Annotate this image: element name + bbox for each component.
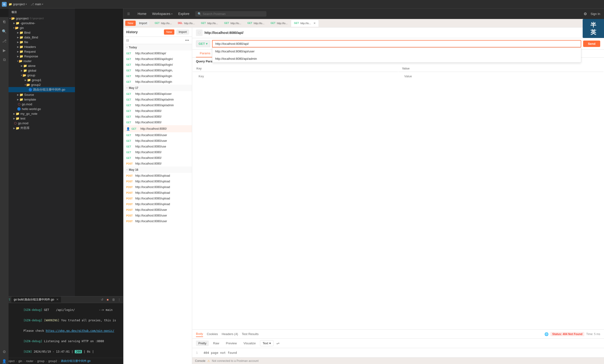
url-suggestion-user[interactable]: http://localhost:8080/api/user <box>212 48 581 55</box>
tree-item-template[interactable]: ▶ 📁 template <box>9 97 75 102</box>
req-tab-params[interactable]: Params <box>196 49 214 57</box>
console-button[interactable]: Console <box>195 359 205 363</box>
history-group-header-may17[interactable]: ▾ May 17 <box>123 85 192 91</box>
tree-item-my-go-note[interactable]: ▶ 📁 my_go_note <box>9 111 75 116</box>
import-button[interactable]: Import <box>137 21 150 26</box>
history-item[interactable]: POST http://localhost:8080/upload <box>123 184 192 190</box>
tree-item-group2[interactable]: ▾ 📂 group2 <box>9 82 75 87</box>
gear-icon[interactable]: ⚙ <box>584 12 587 16</box>
response-tab-cookies[interactable]: Cookies <box>207 331 218 337</box>
tree-item-go-mod-root[interactable]: ⬡ go.mod <box>9 121 75 125</box>
tree-item-source[interactable]: ▶ 📁 Source <box>9 92 75 97</box>
tree-item-response[interactable]: ▶ 📁 Response <box>9 54 75 59</box>
history-item[interactable]: GET http://localhost:8080/ <box>123 149 192 155</box>
breadcrumb-item[interactable]: gin <box>18 360 22 363</box>
debug-activity-icon[interactable]: ▶ <box>1 48 7 53</box>
history-item[interactable]: GET http://localhost:8080/api/login <box>123 79 192 85</box>
new-button[interactable]: New <box>125 21 136 26</box>
history-item[interactable]: GET http://localhost:8080/ <box>123 108 192 114</box>
tree-item-data-bind[interactable]: ▶ 📁 data_Bind <box>9 35 75 40</box>
history-item[interactable]: GET http://localhost:8080/api/login/ <box>123 56 192 62</box>
url-suggestion-admin[interactable]: http://localhost:8080/api/admin <box>212 55 581 62</box>
send-button[interactable]: Send <box>583 41 600 47</box>
postman-tab-get-2[interactable]: GET http://lo... <box>198 20 221 27</box>
hamburger-icon[interactable]: ☰ <box>127 12 130 16</box>
history-item[interactable]: POST http://localhost:8080/upload <box>123 190 192 196</box>
url-input[interactable] <box>212 40 581 48</box>
history-more-icon[interactable]: ••• <box>185 38 189 42</box>
wrap-icon[interactable]: ⇌ <box>276 340 280 346</box>
history-item[interactable]: POST http://localhost:8080/upload <box>123 173 192 179</box>
breadcrumb-item[interactable]: router <box>26 360 33 363</box>
tree-item-global[interactable]: ▶ 📁 global <box>9 68 75 73</box>
tree-item-middleware-file[interactable]: 🔵 路由分组注册中间件.go <box>9 87 75 92</box>
history-item[interactable]: POST http://localhost:8080/upload <box>123 201 192 207</box>
filter-icon[interactable]: ⊟ <box>126 38 129 42</box>
tab-close-icon[interactable]: ✕ <box>56 298 59 301</box>
tree-item-file[interactable]: ▶ 📁 file <box>9 40 75 44</box>
restart-icon[interactable]: ↺ <box>100 298 104 302</box>
history-new-btn[interactable]: New <box>164 29 174 35</box>
response-tab-test-results[interactable]: Test Results <box>242 331 259 337</box>
history-item[interactable]: GET http://localhost:8080/api/admin <box>123 102 192 108</box>
history-item[interactable]: POST http://localhost:8080/upload <box>123 179 192 184</box>
history-group-header-today[interactable]: ▾ Today <box>123 44 192 50</box>
postman-tab-get-1[interactable]: GET http://lo... <box>152 20 175 27</box>
sign-in-button[interactable]: Sign In <box>591 12 600 16</box>
history-item[interactable]: POST http://localhost:8080/user <box>123 213 192 218</box>
history-item[interactable]: GET http://localhost:8080/user <box>123 132 192 138</box>
tree-item-request[interactable]: ▶ 📁 Request <box>9 49 75 54</box>
postman-search-bar[interactable]: 🔍 <box>195 11 266 17</box>
tree-item-go-mod[interactable]: ⬡ go.mod <box>9 102 75 107</box>
tree-item-test[interactable]: ▶ 📁 test <box>9 116 75 121</box>
project-selector[interactable]: 📁 goproject ▾ <box>9 3 27 6</box>
tree-item-group1[interactable]: ▶ 📁 group1 <box>9 78 75 82</box>
history-item[interactable]: GET http://localhost:8080/api/admin <box>123 97 192 102</box>
history-item[interactable]: GET http://localhost:8080/use <box>123 144 192 149</box>
response-tab-body[interactable]: Body <box>196 331 203 337</box>
source-control-activity-icon[interactable]: ⎇ <box>1 38 7 44</box>
history-item[interactable]: GET http://localhost:8080/api/user <box>123 91 192 97</box>
tree-item-goroutine[interactable]: ▶ 📁 -goroutine- <box>9 21 75 25</box>
tree-item-group[interactable]: ▾ 📂 group <box>9 73 75 78</box>
explorer-activity-icon[interactable]: ⎗ <box>1 19 7 25</box>
history-item[interactable]: POST http://localhost:8080/user <box>123 218 192 224</box>
terminal-tab-build[interactable]: go build 路由分组注册中间件.go ✕ <box>11 297 61 303</box>
breadcrumb-item[interactable]: group2 <box>48 360 57 363</box>
postman-tab-get-5[interactable]: GET http://lo... <box>268 20 291 27</box>
params-key-input[interactable] <box>196 73 394 79</box>
history-item[interactable]: GET http://localhost:8080/ <box>123 114 192 120</box>
clear-icon[interactable]: 🗑 <box>111 298 115 302</box>
tree-item-waibu[interactable]: ▶ 📁 外部库 <box>9 125 75 131</box>
tree-item-hello-world[interactable]: 🔵 hello world.go <box>9 107 75 111</box>
params-value-input[interactable] <box>402 73 600 79</box>
delete-action-btn[interactable]: 🗑 <box>185 126 189 131</box>
extensions-activity-icon[interactable]: ⧉ <box>1 57 7 63</box>
history-group-header-may16[interactable]: ▾ May 16 <box>123 167 192 173</box>
tree-item-bind[interactable]: ▶ 📁 Bind <box>9 30 75 35</box>
branch-selector[interactable]: ⎇ main ▾ <box>31 3 43 6</box>
tree-item-router[interactable]: ▾ 📂 Today router <box>9 59 75 63</box>
history-import-btn[interactable]: Import <box>176 29 189 35</box>
history-item[interactable]: POST http://localhost:8080/user <box>123 207 192 213</box>
tree-item-gin[interactable]: ▾ 📂 gin <box>9 25 75 30</box>
tree-item-headers[interactable]: ▶ 📁 Headers <box>9 44 75 49</box>
history-item[interactable]: GET http://localhost:8080/api/ <box>123 50 192 56</box>
postman-tab-del-1[interactable]: DEL http://lo... <box>175 20 198 27</box>
response-tab-headers[interactable]: Headers (4) <box>222 331 238 337</box>
settings-activity-icon[interactable]: ⚙ <box>1 349 7 354</box>
nav-workspaces[interactable]: Workspaces ▾ <box>152 11 173 17</box>
more-icon[interactable]: ⋮ <box>117 298 121 302</box>
postman-tab-get-active[interactable]: GET http://lo... ✕ <box>291 20 319 27</box>
history-item-selected[interactable]: 👤 GET http://localhost:8080/ + 🗑 <box>123 125 192 132</box>
nav-explore[interactable]: Explore <box>178 11 189 17</box>
history-item[interactable]: POST http://localhost:8080/upload <box>123 196 192 201</box>
search-activity-icon[interactable]: 🔍 <box>1 28 7 34</box>
resp-tab-visualize[interactable]: Visualize <box>241 340 258 346</box>
add-action-btn[interactable]: + <box>181 126 184 131</box>
resp-tab-preview[interactable]: Preview <box>224 340 239 346</box>
nav-home[interactable]: Home <box>138 11 146 17</box>
breadcrumb-item[interactable]: group <box>37 360 45 363</box>
resp-tab-raw[interactable]: Raw <box>211 340 222 346</box>
history-item[interactable]: GET http://localhost:8080/ <box>123 155 192 161</box>
